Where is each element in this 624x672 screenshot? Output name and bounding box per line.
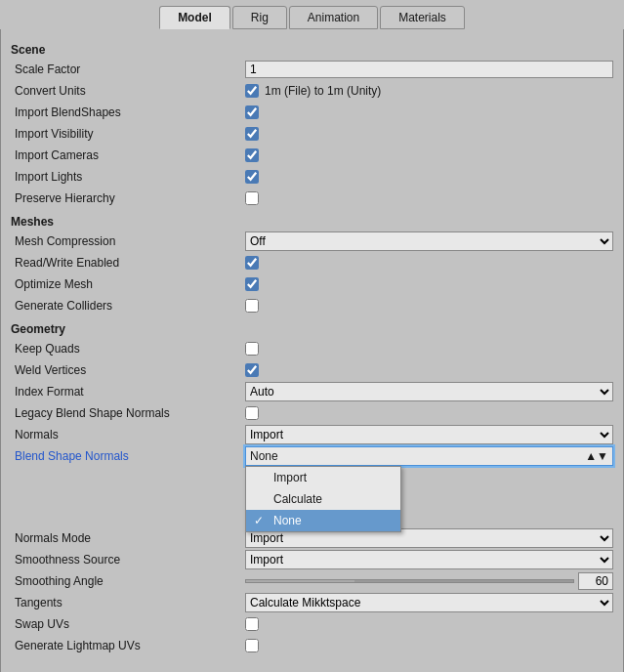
blend-shape-dropdown-popup: Import Calculate ✓ None [245, 466, 401, 532]
tabs-bar: Model Rig Animation Materials [0, 0, 624, 29]
row-normals: Normals Import Calculate None [11, 424, 613, 445]
import-lights-checkbox[interactable] [245, 170, 259, 184]
dropdown-option-import[interactable]: Import [246, 467, 400, 488]
checkmark-icon: ✓ [254, 514, 264, 527]
import-lights-control [245, 170, 613, 184]
normals-select[interactable]: Import Calculate None [245, 425, 613, 444]
row-import-blendshapes: Import BlendShapes [11, 102, 613, 123]
section-meshes: Meshes [11, 215, 613, 229]
legacy-blend-control [245, 406, 613, 420]
read-write-checkbox[interactable] [245, 256, 259, 270]
slider-row [245, 572, 613, 590]
tab-model[interactable]: Model [159, 6, 230, 29]
dropdown-option-none[interactable]: ✓ None [246, 510, 400, 531]
row-index-format: Index Format Auto 16-bit 32-bit [11, 381, 613, 402]
row-convert-units: Convert Units 1m (File) to 1m (Unity) [11, 80, 613, 102]
scale-factor-input[interactable] [245, 61, 613, 78]
tab-animation[interactable]: Animation [289, 6, 378, 29]
row-scale-factor: Scale Factor [11, 59, 613, 80]
convert-units-text: 1m (File) to 1m (Unity) [265, 84, 381, 98]
legacy-blend-label: Legacy Blend Shape Normals [11, 406, 245, 420]
section-scene: Scene [11, 43, 613, 57]
preserve-hierarchy-checkbox[interactable] [245, 191, 259, 205]
optimize-mesh-control [245, 277, 613, 291]
read-write-label: Read/Write Enabled [11, 256, 245, 270]
blend-shape-dropdown-wrapper: None ▲▼ Import Calculate ✓ None [245, 446, 613, 466]
swap-uvs-checkbox[interactable] [245, 617, 259, 631]
blend-shape-normals-label: Blend Shape Normals [11, 449, 245, 463]
import-blendshapes-control [245, 105, 613, 119]
import-cameras-label: Import Cameras [11, 148, 245, 162]
optimize-mesh-checkbox[interactable] [245, 277, 259, 291]
section-geometry: Geometry [11, 322, 613, 336]
row-smoothness-source: Smoothness Source Import Calculate [11, 549, 613, 570]
import-blendshapes-checkbox[interactable] [245, 105, 259, 119]
blend-shape-normals-control: None ▲▼ Import Calculate ✓ None [245, 446, 613, 466]
weld-vertices-checkbox[interactable] [245, 363, 259, 377]
swap-uvs-control [245, 617, 613, 631]
import-lights-label: Import Lights [11, 170, 245, 184]
mesh-compression-select[interactable]: Off Low Medium High [245, 231, 613, 251]
slider-track [245, 579, 574, 583]
smoothness-source-label: Smoothness Source [11, 553, 245, 567]
smoothing-angle-label: Smoothing Angle [11, 574, 245, 588]
index-format-select[interactable]: Auto 16-bit 32-bit [245, 382, 613, 401]
smoothing-angle-control [245, 572, 613, 590]
tab-materials[interactable]: Materials [380, 6, 465, 29]
read-write-control [245, 256, 613, 270]
import-visibility-label: Import Visibility [11, 127, 245, 141]
blend-shape-normals-select[interactable]: None ▲▼ [245, 446, 613, 466]
preserve-hierarchy-control [245, 191, 613, 205]
generate-colliders-label: Generate Colliders [11, 299, 245, 313]
convert-units-checkbox[interactable] [245, 84, 259, 98]
smoothing-angle-input[interactable] [578, 572, 613, 590]
row-optimize-mesh: Optimize Mesh [11, 273, 613, 295]
row-smoothing-angle: Smoothing Angle [11, 570, 613, 592]
import-visibility-control [245, 127, 613, 141]
row-import-cameras: Import Cameras [11, 145, 613, 166]
row-generate-colliders: Generate Colliders [11, 295, 613, 316]
import-cameras-checkbox[interactable] [245, 148, 259, 162]
generate-lightmap-label: Generate Lightmap UVs [11, 639, 245, 652]
normals-label: Normals [11, 428, 245, 441]
row-read-write: Read/Write Enabled [11, 252, 613, 273]
import-visibility-checkbox[interactable] [245, 127, 259, 141]
weld-vertices-control [245, 363, 613, 377]
row-weld-vertices: Weld Vertices [11, 359, 613, 381]
mesh-compression-control: Off Low Medium High [245, 231, 613, 251]
generate-colliders-checkbox[interactable] [245, 299, 259, 313]
row-swap-uvs: Swap UVs [11, 613, 613, 635]
scale-factor-label: Scale Factor [11, 63, 245, 76]
generate-colliders-control [245, 299, 613, 313]
convert-units-control: 1m (File) to 1m (Unity) [245, 84, 613, 98]
dropdown-arrow-icon: ▲▼ [585, 449, 608, 463]
row-import-visibility: Import Visibility [11, 123, 613, 145]
slider-fill [246, 580, 354, 582]
import-blendshapes-label: Import BlendShapes [11, 105, 245, 119]
tangents-select[interactable]: Calculate Mikktspace Import Calculate Le… [245, 593, 613, 612]
smoothness-source-select[interactable]: Import Calculate [245, 550, 613, 569]
row-import-lights: Import Lights [11, 166, 613, 188]
convert-units-label: Convert Units [11, 84, 245, 98]
tangents-label: Tangents [11, 596, 245, 609]
smoothness-source-control: Import Calculate [245, 550, 613, 569]
scale-factor-control [245, 61, 613, 78]
weld-vertices-label: Weld Vertices [11, 363, 245, 377]
generate-lightmap-checkbox[interactable] [245, 639, 259, 652]
row-mesh-compression: Mesh Compression Off Low Medium High [11, 231, 613, 252]
row-legacy-blend: Legacy Blend Shape Normals [11, 402, 613, 424]
normals-control: Import Calculate None [245, 425, 613, 444]
normals-mode-label: Normals Mode [11, 531, 245, 545]
tab-rig[interactable]: Rig [232, 6, 287, 29]
index-format-label: Index Format [11, 385, 245, 399]
row-keep-quads: Keep Quads [11, 338, 613, 359]
legacy-blend-checkbox[interactable] [245, 406, 259, 420]
row-generate-lightmap: Generate Lightmap UVs [11, 635, 613, 656]
keep-quads-control [245, 342, 613, 356]
preserve-hierarchy-label: Preserve Hierarchy [11, 191, 245, 205]
keep-quads-checkbox[interactable] [245, 342, 259, 356]
import-cameras-control [245, 148, 613, 162]
row-preserve-hierarchy: Preserve Hierarchy [11, 188, 613, 209]
dropdown-option-calculate[interactable]: Calculate [246, 488, 400, 510]
tangents-control: Calculate Mikktspace Import Calculate Le… [245, 593, 613, 612]
